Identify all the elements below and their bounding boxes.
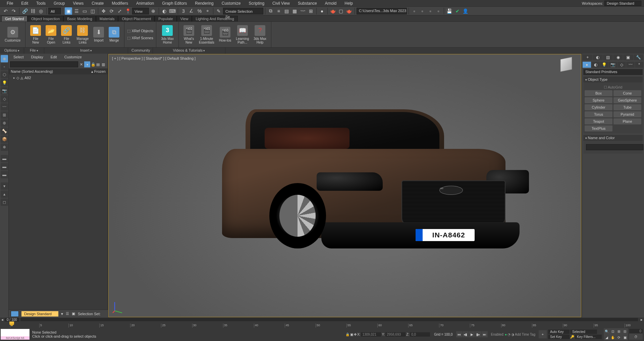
tab-hierarchy[interactable]: ▤ <box>603 54 613 60</box>
ribbon-label-community[interactable]: Community <box>128 48 153 54</box>
prev-frame-button[interactable]: ◂▮ <box>463 331 469 337</box>
rail-e6-icon[interactable]: ◻ <box>1 198 8 206</box>
viewport-label[interactable]: [ + ] [ Perspective ] [ Standard* ] [ De… <box>112 56 196 60</box>
lock-icon[interactable]: 🔒 <box>91 62 96 67</box>
subtab-cameras[interactable]: 📷 <box>609 62 617 68</box>
object-name-input[interactable] <box>586 144 643 150</box>
move-button[interactable]: ✥ <box>100 7 107 15</box>
tab-view[interactable]: View <box>177 16 192 21</box>
menu-civilview[interactable]: Civil View <box>268 0 294 7</box>
file-open-button[interactable]: 📂 File Open <box>44 24 58 45</box>
viewcube[interactable] <box>557 58 576 76</box>
pivot-button[interactable]: ⊕ <box>150 7 157 15</box>
signin-icon[interactable]: 👤 <box>462 7 469 15</box>
setkey-large-button[interactable]: + <box>539 330 547 338</box>
keyfilters-button[interactable]: Key Filters... <box>575 335 602 339</box>
keymode-dropdown[interactable]: Selected <box>570 330 597 334</box>
select-region-button[interactable]: ▭ <box>81 7 88 15</box>
xref-objects-button[interactable]: ⬚ XRef Objects <box>127 29 153 33</box>
clear-search-icon[interactable]: ✕ <box>79 62 84 67</box>
rail-e5-icon[interactable]: ▴ <box>1 190 8 198</box>
fov-icon[interactable]: ◢ <box>604 334 610 340</box>
learning-button[interactable]: 📖 Learning Path... <box>234 24 251 45</box>
current-frame-input[interactable]: 0 <box>629 329 643 333</box>
maximize-viewport-icon[interactable]: ▣ <box>622 334 628 340</box>
zoom-extents-icon[interactable]: ⊞ <box>616 328 622 334</box>
menu-edit[interactable]: Edit <box>17 0 32 7</box>
scene-item-a82[interactable]: ▸ ◇ ◬ A82 <box>10 75 106 80</box>
subtab-shapes[interactable]: ◐ <box>591 62 600 68</box>
tree-expand-icon[interactable]: ▤ <box>96 62 101 67</box>
snap-toggle-button[interactable]: 3 <box>180 7 187 15</box>
render-button[interactable]: 🫖 <box>345 7 353 15</box>
menu-customize[interactable]: Customize <box>218 0 245 7</box>
window-crossing-button[interactable]: ◫ <box>89 7 96 15</box>
create-category-dropdown[interactable]: Standard Primitives <box>583 69 643 75</box>
subtab-helpers[interactable]: ◇ <box>618 62 626 68</box>
display-xrefs-icon[interactable]: ⊕ <box>1 119 8 127</box>
undo-button[interactable]: ↶ <box>2 7 9 15</box>
autogrid-checkbox[interactable]: ☐ AutoGrid <box>585 84 641 90</box>
scene-menu-edit[interactable]: Edit <box>48 54 60 60</box>
timetag-icon[interactable]: ◑ <box>511 333 514 336</box>
maxscript-listener[interactable]: MAXScript Mi <box>1 329 30 340</box>
merge-button[interactable]: ⧉ Merge <box>107 24 121 45</box>
project-path[interactable]: C:\Users\Tes...3ds Max 2023 <box>357 8 407 14</box>
subtab-lights[interactable]: 💡 <box>600 62 608 68</box>
xref-scenes-button[interactable]: ⬚ XRef Scenes <box>127 36 153 40</box>
placement-button[interactable]: 📍 <box>124 7 131 15</box>
render-setup-button[interactable]: 🫖 <box>329 7 337 15</box>
display-frozen-icon[interactable]: ❄ <box>1 144 8 151</box>
tab-objectplacement[interactable]: Object Placement <box>118 16 155 21</box>
select-name-button[interactable]: ☰ <box>73 7 80 15</box>
rail-e2-icon[interactable]: ▬ <box>1 163 8 170</box>
menu-substance[interactable]: Substance <box>294 0 321 7</box>
rollout-namecolor[interactable]: Name and Color <box>583 135 643 141</box>
tube-button[interactable]: Tube <box>613 104 641 110</box>
plane-button[interactable]: Plane <box>613 118 641 124</box>
next-frame-button[interactable]: ▮▸ <box>475 331 481 337</box>
scroll-right-icon[interactable]: ▸ <box>639 318 644 322</box>
import-button[interactable]: ⬇ Import <box>91 24 106 45</box>
torus-button[interactable]: Torus <box>585 111 612 117</box>
display-shapes-icon[interactable]: ⬡ <box>1 71 8 78</box>
essentials-button[interactable]: 🎬 1-Minute Essentials <box>197 24 216 45</box>
rollout-objecttype[interactable]: Object Type <box>583 76 643 82</box>
ribbon-label-file[interactable]: File <box>24 48 44 54</box>
save-icon[interactable]: 💾 <box>446 7 453 15</box>
selection-filter-dropdown[interactable]: All <box>48 8 61 14</box>
adaptive-icon[interactable]: ◔ <box>507 333 511 336</box>
menu-views[interactable]: Views <box>69 0 88 7</box>
tab-objectinspection[interactable]: Object Inspection <box>28 16 63 21</box>
cylinder-button[interactable]: Cylinder <box>585 104 612 110</box>
rail-e4-icon[interactable]: ▾ <box>1 182 8 190</box>
menu-help[interactable]: Help <box>340 0 357 7</box>
add-time-tag[interactable]: Add Time Tag <box>515 333 535 336</box>
orbit-icon[interactable]: ⟳ <box>616 334 622 340</box>
design-standard-dropdown[interactable]: Design Standard <box>21 311 58 317</box>
zoom-icon[interactable]: 🔍 <box>604 328 610 334</box>
textplus-button[interactable]: TextPlus <box>585 125 612 131</box>
menu-rendering[interactable]: Rendering <box>191 0 217 7</box>
z-coord[interactable]: 0,0 <box>410 332 430 337</box>
pyramid-button[interactable]: Pyramid <box>613 111 641 117</box>
file-links-button[interactable]: 🔗 File Links <box>59 24 74 45</box>
mirror-button[interactable]: ⧉ <box>267 7 274 15</box>
bind-button[interactable]: ◎ <box>37 7 45 15</box>
time-ruler[interactable]: 05 1015 2025 3035 4045 5055 6065 7075 80… <box>0 322 644 328</box>
key-icon[interactable]: 🔑 <box>570 335 574 339</box>
angle-snap-button[interactable]: ∠ <box>188 7 195 15</box>
rail-e3-icon[interactable]: ▬ <box>1 171 8 178</box>
display-spacewarps-icon[interactable]: 〰 <box>1 103 8 111</box>
menu-create[interactable]: Create <box>88 0 108 7</box>
scene-menu-display[interactable]: Display <box>29 54 46 60</box>
menu-animation[interactable]: Animation <box>132 0 158 7</box>
howtos-button[interactable]: 🎬 How-tos <box>217 24 233 45</box>
autobak1-button[interactable]: ▫ <box>411 7 418 15</box>
goto-start-button[interactable]: ⏮ <box>456 331 462 337</box>
time-config-button[interactable]: ⏱ <box>629 334 643 340</box>
edit-set-button[interactable]: ✎ <box>215 7 222 15</box>
scene-menu-customize[interactable]: Customize <box>62 54 85 60</box>
zoom-all-icon[interactable]: ⊡ <box>610 328 616 334</box>
file-new-button[interactable]: 📄 File New <box>28 24 43 45</box>
